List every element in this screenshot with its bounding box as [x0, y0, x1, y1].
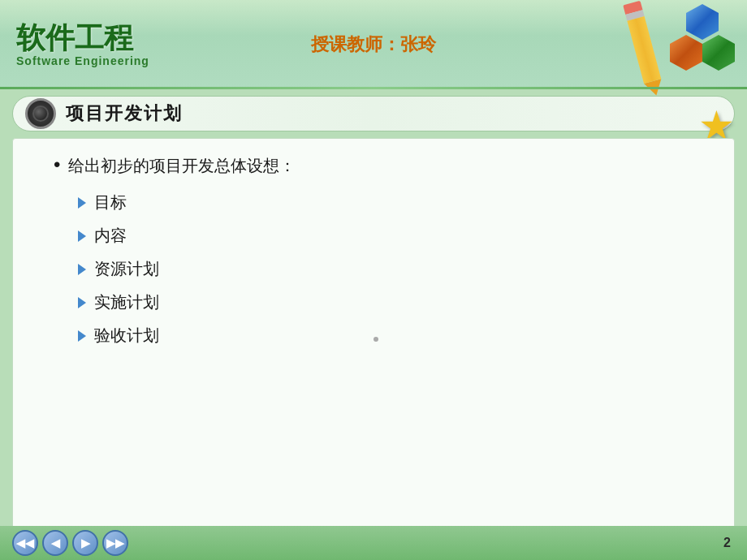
list-item: 资源计划	[78, 258, 710, 280]
list-item-text-2: 内容	[94, 225, 127, 247]
main-content: 给出初步的项目开发总体设想： 目标 内容 资源计划 实施计划 验收计划	[12, 138, 735, 536]
section-title: 项目开发计划	[66, 101, 183, 126]
nav-last-button[interactable]: ▶▶	[102, 530, 128, 556]
list-item: 实施计划	[78, 291, 710, 313]
title-chinese: 软件工程	[16, 22, 149, 54]
nav-prev-button[interactable]: ◀	[42, 530, 68, 556]
small-dot	[374, 337, 378, 342]
arrow-icon-3	[78, 264, 86, 275]
nav-prev-icon: ◀	[51, 536, 60, 549]
camera-lens	[32, 106, 49, 122]
main-bullet: 给出初步的项目开发总体设想：	[54, 155, 710, 177]
sub-list: 目标 内容 资源计划 实施计划 验收计划	[54, 192, 710, 347]
list-item-text-1: 目标	[94, 192, 127, 213]
arrow-icon-1	[78, 197, 86, 209]
arrow-icon-2	[78, 230, 86, 242]
list-item: 目标	[78, 192, 710, 213]
pencil-decoration	[620, 0, 665, 88]
teacher-name: 授课教师：张玲	[311, 32, 436, 57]
list-item: 内容	[78, 225, 710, 247]
arrow-icon-5	[78, 330, 86, 342]
title-english: Software Engineering	[16, 54, 149, 67]
header: 软件工程 Software Engineering 授课教师：张玲	[0, 0, 747, 89]
bottom-bar: ◀◀ ◀ ▶ ▶▶ 2	[0, 526, 747, 560]
nav-next-button[interactable]: ▶	[72, 530, 98, 556]
list-item: 验收计划	[78, 325, 710, 347]
header-divider	[0, 87, 747, 89]
arrow-icon-4	[78, 297, 86, 308]
list-item-text-3: 资源计划	[94, 258, 159, 280]
nav-first-button[interactable]: ◀◀	[12, 530, 38, 556]
nav-first-icon: ◀◀	[16, 536, 34, 549]
nav-last-icon: ▶▶	[106, 536, 124, 549]
list-item-text-4: 实施计划	[94, 291, 159, 313]
cube-blue	[686, 4, 719, 40]
camera-icon	[25, 98, 56, 129]
section-bar: 项目开发计划	[12, 96, 735, 131]
title-block: 软件工程 Software Engineering	[16, 22, 149, 67]
cube-orange	[670, 35, 702, 71]
main-bullet-text: 给出初步的项目开发总体设想：	[68, 155, 296, 177]
cube-green	[702, 35, 735, 71]
nav-next-icon: ▶	[81, 536, 90, 549]
cubes-decoration	[666, 4, 739, 77]
list-item-text-5: 验收计划	[94, 325, 159, 347]
page-number: 2	[723, 536, 731, 550]
